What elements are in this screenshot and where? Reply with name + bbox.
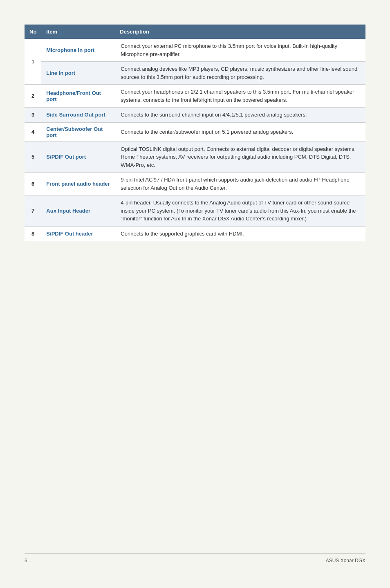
row-description: Connects to the surround channel input o… [115, 108, 365, 123]
row-description: Connect your external PC microphone to t… [115, 39, 365, 62]
row-number: 6 [25, 173, 41, 195]
row-item: Aux Input Header [41, 195, 115, 227]
table-row: 1Microphone In portConnect your external… [25, 39, 365, 62]
row-number: 2 [25, 85, 41, 108]
header-no: No [25, 25, 41, 39]
row-description: Connect your headphones or 2/2.1 channel… [115, 85, 365, 108]
row-description: 9-pin Intel AC'97 / HDA front-panel whic… [115, 173, 365, 195]
table-row: 6Front panel audio header9-pin Intel AC'… [25, 173, 365, 195]
table-row: 8S/PDIF Out headerConnects to the suppor… [25, 226, 365, 241]
row-number: 3 [25, 108, 41, 123]
row-description: Connects to the supported graphics card … [115, 226, 365, 241]
table-row: 4Center/Subwoofer Out portConnects to th… [25, 122, 365, 141]
row-item: Microphone In port [41, 39, 115, 62]
footer-page-number: 6 [25, 558, 27, 563]
row-item: S/PDIF Out port [41, 141, 115, 173]
table-row: 7Aux Input Header4-pin header. Usually c… [25, 195, 365, 227]
row-description: Connect analog devices like MP3 players,… [115, 62, 365, 85]
table-row: Line In portConnect analog devices like … [25, 62, 365, 85]
header-item: Item [41, 25, 115, 39]
row-description: 4-pin header. Usually connects to the An… [115, 195, 365, 227]
row-item: S/PDIF Out header [41, 226, 115, 241]
page-content: No Item Description 1Microphone In portC… [25, 16, 365, 537]
row-number: 4 [25, 122, 41, 141]
row-number: 5 [25, 141, 41, 173]
row-number: 7 [25, 195, 41, 227]
row-number: 1 [25, 39, 41, 85]
row-item: Headphone/Front Out port [41, 85, 115, 108]
specs-table: No Item Description 1Microphone In portC… [25, 25, 365, 241]
row-item: Side Surround Out port [41, 108, 115, 123]
row-item: Front panel audio header [41, 173, 115, 195]
row-item: Center/Subwoofer Out port [41, 122, 115, 141]
row-description: Optical TOSLINK digital output port. Con… [115, 141, 365, 173]
table-row: 5S/PDIF Out portOptical TOSLINK digital … [25, 141, 365, 173]
page-footer: 6 ASUS Xonar DGX [25, 553, 365, 563]
row-item: Line In port [41, 62, 115, 85]
row-number: 8 [25, 226, 41, 241]
table-row: 2Headphone/Front Out portConnect your he… [25, 85, 365, 108]
row-description: Connects to the center/subwoofer input o… [115, 122, 365, 141]
header-description: Description [115, 25, 365, 39]
table-row: 3Side Surround Out portConnects to the s… [25, 108, 365, 123]
table-header-row: No Item Description [25, 25, 365, 39]
footer-title: ASUS Xonar DGX [326, 558, 365, 563]
